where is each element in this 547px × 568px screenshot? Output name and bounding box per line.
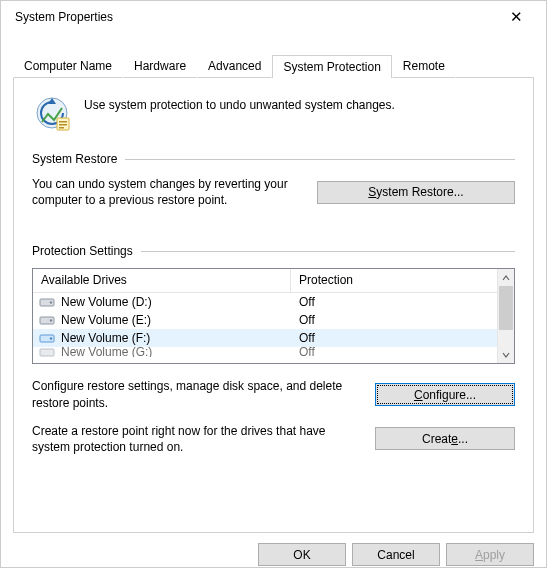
scrollbar[interactable] xyxy=(497,269,514,363)
svg-point-9 xyxy=(50,320,52,322)
intro-text: Use system protection to undo unwanted s… xyxy=(84,94,395,112)
create-button[interactable]: Create... xyxy=(375,427,515,450)
drive-name: New Volume (G:) xyxy=(61,347,152,357)
scroll-down-icon[interactable] xyxy=(498,346,514,363)
table-row[interactable]: New Volume (D:) Off xyxy=(33,293,497,311)
section-system-restore: System Restore xyxy=(32,152,515,166)
ok-button[interactable]: OK xyxy=(258,543,346,566)
svg-point-11 xyxy=(50,338,52,340)
cancel-button[interactable]: Cancel xyxy=(352,543,440,566)
drive-status: Off xyxy=(291,313,497,327)
scroll-thumb[interactable] xyxy=(499,286,513,330)
table-row[interactable]: New Volume (F:) Off xyxy=(33,329,497,347)
tab-remote[interactable]: Remote xyxy=(392,54,456,78)
svg-rect-12 xyxy=(40,349,54,356)
drive-name: New Volume (F:) xyxy=(61,331,150,345)
svg-rect-4 xyxy=(59,124,67,126)
tab-advanced[interactable]: Advanced xyxy=(197,54,272,78)
protection-settings-label: Protection Settings xyxy=(32,244,133,258)
col-protection[interactable]: Protection xyxy=(291,269,497,292)
tab-system-protection[interactable]: System Protection xyxy=(272,55,391,78)
drive-icon xyxy=(39,332,55,344)
svg-rect-3 xyxy=(59,121,67,123)
col-available-drives[interactable]: Available Drives xyxy=(33,269,291,292)
scroll-up-icon[interactable] xyxy=(498,269,514,286)
apply-button[interactable]: Apply xyxy=(446,543,534,566)
system-restore-label: System Restore xyxy=(32,152,117,166)
tab-hardware[interactable]: Hardware xyxy=(123,54,197,78)
drive-name: New Volume (D:) xyxy=(61,295,152,309)
system-restore-button[interactable]: System Restore... xyxy=(317,181,515,204)
divider-line xyxy=(125,159,515,160)
scroll-track[interactable] xyxy=(498,286,514,346)
system-restore-desc: You can undo system changes by reverting… xyxy=(32,176,303,208)
window-title: System Properties xyxy=(15,10,113,24)
configure-desc: Configure restore settings, manage disk … xyxy=(32,378,361,410)
table-header: Available Drives Protection xyxy=(33,269,497,293)
drive-icon xyxy=(39,296,55,308)
section-protection-settings: Protection Settings xyxy=(32,244,515,258)
titlebar: System Properties ✕ xyxy=(1,1,546,33)
table-row[interactable]: New Volume (E:) Off xyxy=(33,311,497,329)
dialog-footer: OK Cancel Apply xyxy=(1,533,546,566)
drives-table: Available Drives Protection New Volume (… xyxy=(32,268,515,364)
drive-icon xyxy=(39,347,55,357)
table-row[interactable]: New Volume (G:) Off xyxy=(33,347,497,357)
drive-name: New Volume (E:) xyxy=(61,313,151,327)
svg-point-7 xyxy=(50,302,52,304)
configure-button[interactable]: Configure... xyxy=(375,383,515,406)
drive-status: Off xyxy=(291,295,497,309)
tabstrip: Computer Name Hardware Advanced System P… xyxy=(13,53,534,78)
divider-line xyxy=(141,251,515,252)
system-protection-icon xyxy=(32,94,72,134)
drive-status: Off xyxy=(291,331,497,345)
svg-rect-5 xyxy=(59,127,64,129)
tab-content: Use system protection to undo unwanted s… xyxy=(13,78,534,533)
tab-computer-name[interactable]: Computer Name xyxy=(13,54,123,78)
create-desc: Create a restore point right now for the… xyxy=(32,423,361,455)
drive-status: Off xyxy=(291,347,497,357)
close-icon[interactable]: ✕ xyxy=(496,8,536,26)
drive-icon xyxy=(39,314,55,326)
intro-row: Use system protection to undo unwanted s… xyxy=(32,90,515,134)
